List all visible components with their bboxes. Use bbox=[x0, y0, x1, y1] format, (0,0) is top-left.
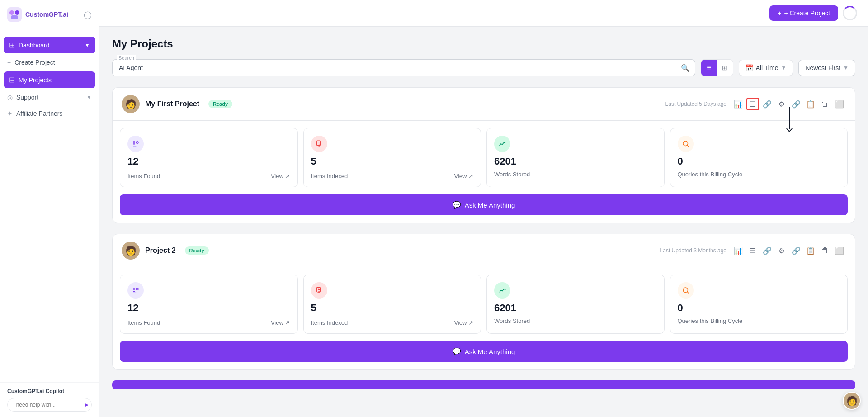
search-label: Search bbox=[117, 55, 136, 61]
search-icon[interactable]: 🔍 bbox=[681, 64, 690, 72]
project-header-2: 🧑 Project 2 Ready Last Updated 3 Months … bbox=[113, 234, 855, 267]
stat-card-items-indexed-2: 5 Items Indexed View ↗ bbox=[303, 275, 481, 334]
svg-rect-5 bbox=[133, 145, 135, 146]
settings-icon[interactable]: ⚙ bbox=[775, 98, 788, 110]
avatar-image-1: 🧑 bbox=[122, 95, 140, 113]
stat-label: Words Stored bbox=[494, 317, 657, 324]
stat-label: Queries this Billing Cycle bbox=[678, 317, 840, 324]
sidebar-item-label: Dashboard bbox=[19, 42, 50, 49]
sidebar-logo: CustomGPT.ai ◯ bbox=[0, 0, 99, 29]
calendar-icon: 📅 bbox=[745, 64, 753, 71]
last-updated-1: Last Updated 5 Days ago bbox=[665, 101, 726, 107]
stat-label: Items Indexed bbox=[311, 319, 348, 326]
project-status-badge-2: Ready bbox=[185, 246, 209, 255]
more-icon[interactable]: ⬜ bbox=[833, 244, 846, 257]
delete-icon[interactable]: 🗑 bbox=[819, 98, 831, 110]
stat-card-queries-2: 0 Queries this Billing Cycle bbox=[670, 275, 848, 334]
sidebar-navigation: ⊞ Dashboard ▼ + Create Project ⊟ My Proj… bbox=[0, 29, 99, 382]
copilot-input[interactable] bbox=[13, 402, 81, 408]
share-icon[interactable]: 🔗 bbox=[790, 98, 802, 110]
settings-icon[interactable]: ⚙ bbox=[775, 244, 788, 257]
copilot-input-wrap: ➤ bbox=[7, 398, 92, 412]
svg-rect-14 bbox=[133, 288, 135, 290]
svg-rect-15 bbox=[133, 291, 135, 292]
queries-icon bbox=[678, 282, 694, 299]
share-icon[interactable]: 🔗 bbox=[790, 244, 802, 257]
stat-number: 5 bbox=[311, 156, 474, 167]
project-header-1: 🧑 My First Project Ready Last Updated 5 … bbox=[113, 88, 855, 120]
delete-icon[interactable]: 🗑 bbox=[819, 244, 831, 257]
ask-bar-label: Ask Me Anything bbox=[465, 201, 515, 209]
logo-text: CustomGPT.ai bbox=[25, 11, 68, 18]
sidebar-item-my-projects[interactable]: ⊟ My Projects bbox=[4, 71, 95, 88]
sidebar-item-create-project[interactable]: + Create Project bbox=[0, 55, 99, 70]
view-toggle: ≡ ⊞ bbox=[701, 59, 733, 76]
create-project-button[interactable]: + + Create Project bbox=[769, 5, 838, 21]
project-actions-1: Last Updated 5 Days ago 📊 ☰ 🔗 ⚙ 🔗 📋 🗑 ⬜ bbox=[665, 98, 846, 110]
view-link-4[interactable]: View ↗ bbox=[454, 319, 473, 326]
chevron-down-icon: ▼ bbox=[843, 65, 849, 71]
sidebar-item-label: Create Project bbox=[14, 59, 55, 66]
link-icon[interactable]: 🔗 bbox=[761, 98, 774, 110]
sidebar-item-support[interactable]: ◎ Support ▼ bbox=[0, 90, 99, 104]
sidebar-item-label: Support bbox=[16, 94, 38, 101]
bottom-bar bbox=[112, 380, 855, 389]
support-icon: ◎ bbox=[7, 94, 13, 101]
search-wrap: Search 🔍 bbox=[112, 59, 695, 76]
ask-me-anything-bar-2[interactable]: 💬 Ask Me Anything bbox=[120, 341, 848, 362]
copy-icon[interactable]: 📋 bbox=[804, 244, 817, 257]
view-link-1[interactable]: View ↗ bbox=[271, 173, 290, 180]
stat-card-words-stored-2: 6201 Words Stored bbox=[486, 275, 665, 334]
search-filter-row: Search 🔍 ≡ ⊞ 📅 All Time ▼ Newest First ▼ bbox=[112, 59, 855, 76]
stat-label: Items Found bbox=[127, 173, 160, 180]
ask-me-anything-bar-1[interactable]: 💬 Ask Me Anything bbox=[120, 194, 848, 215]
chevron-down-icon: ▼ bbox=[85, 42, 90, 48]
affiliate-icon: ✦ bbox=[7, 110, 13, 117]
stat-label: Words Stored bbox=[494, 171, 657, 178]
stat-label: Items Indexed bbox=[311, 173, 348, 180]
create-project-label: + Create Project bbox=[784, 9, 830, 17]
stat-label: Items Found bbox=[127, 319, 160, 326]
manage-icon[interactable]: ☰ bbox=[746, 244, 759, 257]
sidebar-item-label: Affiliate Partners bbox=[16, 110, 62, 117]
user-avatar[interactable]: 🧑 bbox=[843, 392, 861, 410]
project-name-1: My First Project bbox=[145, 100, 199, 108]
more-icon[interactable]: ⬜ bbox=[833, 98, 846, 110]
view-link-2[interactable]: View ↗ bbox=[454, 173, 473, 180]
analytics-icon[interactable]: 📊 bbox=[732, 244, 745, 257]
stat-card-items-found-1: 12 Items Found View ↗ bbox=[120, 128, 298, 187]
analytics-icon[interactable]: 📊 bbox=[732, 98, 745, 110]
chevron-down-icon: ▼ bbox=[781, 65, 786, 71]
list-view-button[interactable]: ≡ bbox=[701, 60, 716, 76]
copy-icon[interactable]: 📋 bbox=[804, 98, 817, 110]
stat-number: 12 bbox=[127, 156, 290, 167]
svg-point-17 bbox=[137, 288, 139, 290]
sidebar-item-dashboard[interactable]: ⊞ Dashboard ▼ bbox=[4, 37, 95, 53]
main-content: + + Create Project My Projects Search 🔍 … bbox=[99, 0, 868, 417]
project-status-badge-1: Ready bbox=[208, 100, 232, 108]
link-icon[interactable]: 🔗 bbox=[761, 244, 774, 257]
project-actions-2: Last Updated 3 Months ago 📊 ☰ 🔗 ⚙ 🔗 📋 🗑 … bbox=[660, 244, 846, 257]
chat-icon: 💬 bbox=[453, 201, 461, 209]
logo-icon bbox=[7, 7, 22, 22]
stat-number: 12 bbox=[127, 302, 290, 314]
time-filter[interactable]: 📅 All Time ▼ bbox=[739, 60, 793, 76]
project-avatar-1: 🧑 bbox=[122, 95, 140, 113]
search-input[interactable] bbox=[112, 59, 695, 76]
stats-grid-1: 12 Items Found View ↗ 5 Items Indexed Vi… bbox=[113, 120, 855, 194]
copilot-section: CustomGPT.ai Copilot ➤ bbox=[0, 382, 99, 417]
dashboard-icon: ⊞ bbox=[9, 41, 15, 49]
sidebar: CustomGPT.ai ◯ ⊞ Dashboard ▼ + Create Pr… bbox=[0, 0, 99, 417]
sidebar-item-affiliate[interactable]: ✦ Affiliate Partners bbox=[0, 106, 99, 121]
svg-point-1 bbox=[9, 10, 14, 15]
plus-icon: + bbox=[7, 59, 11, 66]
copilot-send-icon[interactable]: ➤ bbox=[84, 401, 89, 408]
sort-filter-label: Newest First bbox=[805, 64, 840, 71]
project-card-2: 🧑 Project 2 Ready Last Updated 3 Months … bbox=[112, 234, 855, 370]
sort-filter[interactable]: Newest First ▼ bbox=[798, 60, 855, 76]
stat-card-words-stored-1: 6201 Words Stored bbox=[486, 128, 665, 187]
bell-icon[interactable]: ◯ bbox=[84, 10, 92, 19]
grid-view-button[interactable]: ⊞ bbox=[717, 60, 733, 76]
manage-icon[interactable]: ☰ bbox=[746, 98, 759, 110]
view-link-3[interactable]: View ↗ bbox=[271, 319, 290, 326]
